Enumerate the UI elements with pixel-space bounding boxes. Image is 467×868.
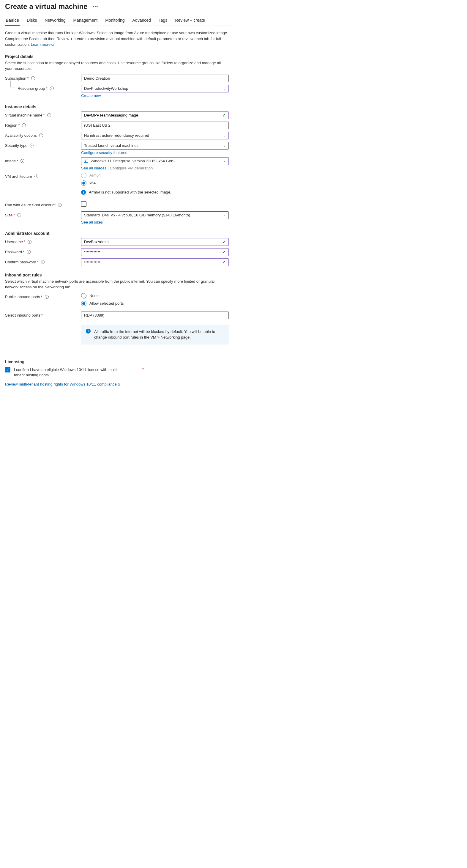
section-licensing: Licensing xyxy=(5,360,229,364)
info-icon[interactable]: i xyxy=(17,213,21,217)
tabs: Basics Disks Networking Management Monit… xyxy=(0,15,234,26)
security-type-select[interactable]: Trusted launch virtual machines ⌄ xyxy=(81,142,229,150)
section-admin-account: Administrator account xyxy=(5,231,229,236)
section-inbound: Inbound port rules xyxy=(5,273,229,277)
image-label: Image xyxy=(5,159,16,163)
section-instance-details: Instance details xyxy=(5,104,229,109)
resource-group-label: Resource group xyxy=(18,86,45,91)
info-icon: i xyxy=(86,329,91,334)
info-icon[interactable]: i xyxy=(28,240,32,244)
configure-security-link[interactable]: Configure security features xyxy=(81,150,229,155)
chevron-down-icon: ⌄ xyxy=(224,134,226,137)
security-type-label: Security type xyxy=(5,143,27,148)
info-icon[interactable]: i xyxy=(41,260,45,264)
inbound-callout: i All traffic from the internet will be … xyxy=(81,324,229,344)
windows-image-icon xyxy=(84,160,88,163)
project-details-desc: Select the subscription to manage deploy… xyxy=(5,60,229,72)
subscription-select[interactable]: Demo Creation ⌄ xyxy=(81,74,229,82)
intro-text: Create a virtual machine that runs Linux… xyxy=(5,30,229,48)
spot-discount-label: Run with Azure Spot discount xyxy=(5,203,56,207)
tab-monitoring[interactable]: Monitoring xyxy=(105,15,125,26)
check-icon: ✓ xyxy=(222,250,226,254)
size-select[interactable]: Standard_D4s_v5 - 4 vcpus, 16 GiB memory… xyxy=(81,211,229,219)
image-select[interactable]: Windows 11 Enterprise, version 22H2 - x6… xyxy=(81,157,229,165)
vm-name-input[interactable]: ✓ xyxy=(81,112,229,119)
review-hosting-rights-link[interactable]: Review multi-tenant hosting rights for W… xyxy=(5,382,120,386)
page-title: Create a virtual machine xyxy=(5,2,87,11)
info-icon[interactable]: i xyxy=(30,144,34,148)
info-icon[interactable]: i xyxy=(21,159,24,163)
info-icon[interactable]: i xyxy=(45,295,49,299)
availability-label: Availability options xyxy=(5,133,37,137)
info-icon[interactable]: i xyxy=(47,113,51,117)
inbound-none-radio[interactable]: None xyxy=(81,293,229,299)
arch-x64-radio[interactable]: x64 xyxy=(81,180,229,186)
tab-networking[interactable]: Networking xyxy=(44,15,66,26)
licensing-checkbox[interactable]: ✓ xyxy=(5,367,10,372)
licensing-check-text: I confirm I have an eligible Windows 10/… xyxy=(14,367,127,378)
create-new-link[interactable]: Create new xyxy=(81,93,229,98)
chevron-down-icon: ⌄ xyxy=(224,87,226,90)
username-label: Username xyxy=(5,240,23,244)
tab-disks[interactable]: Disks xyxy=(26,15,37,26)
info-icon[interactable]: i xyxy=(58,203,62,207)
tab-review-create[interactable]: Review + create xyxy=(174,15,206,26)
arch-arm64-radio: Arm64 xyxy=(81,173,229,178)
see-all-images-link[interactable]: See all images xyxy=(81,166,106,170)
spot-discount-checkbox[interactable] xyxy=(81,201,87,207)
tab-management[interactable]: Management xyxy=(72,15,98,26)
region-label: Region xyxy=(5,123,17,127)
subscription-label: Subscription xyxy=(5,76,27,81)
select-inbound-select[interactable]: RDP (3389) ⌄ xyxy=(81,312,229,319)
more-icon[interactable]: ••• xyxy=(93,4,98,9)
check-icon: ✓ xyxy=(222,260,226,265)
check-icon: ✓ xyxy=(222,113,226,118)
username-input[interactable]: ✓ xyxy=(81,238,229,246)
tab-basics[interactable]: Basics xyxy=(5,15,20,26)
check-icon: ✓ xyxy=(222,240,226,244)
learn-more-link[interactable]: Learn more⧉ xyxy=(31,42,54,47)
info-icon[interactable]: i xyxy=(31,76,35,80)
select-inbound-label: Select inbound ports xyxy=(5,313,40,317)
availability-select[interactable]: No infrastructure redundancy required ⌄ xyxy=(81,132,229,140)
external-link-icon: ⧉ xyxy=(118,382,120,386)
inbound-allow-radio[interactable]: Allow selected ports xyxy=(81,301,229,306)
chevron-down-icon: ⌄ xyxy=(224,77,226,80)
size-label: Size xyxy=(5,213,12,217)
public-inbound-label: Public inbound ports xyxy=(5,294,40,299)
confirm-password-input[interactable]: ✓ xyxy=(81,258,229,266)
tab-tags[interactable]: Tags xyxy=(158,15,168,26)
info-icon[interactable]: i xyxy=(27,250,31,254)
chevron-down-icon: ⌄ xyxy=(224,213,226,217)
section-project-details: Project details xyxy=(5,54,229,59)
chevron-down-icon: ⌄ xyxy=(224,314,226,317)
resource-group-select[interactable]: DevProductivityWorkshop ⌄ xyxy=(81,85,229,92)
info-icon: i xyxy=(81,190,86,195)
chevron-down-icon: ⌄ xyxy=(224,144,226,147)
tab-advanced[interactable]: Advanced xyxy=(132,15,152,26)
info-icon[interactable]: i xyxy=(34,175,38,178)
arch-info-text: Arm64 is not supported with the selected… xyxy=(89,190,171,194)
password-label: Password xyxy=(5,250,22,254)
confirm-password-label: Confirm password xyxy=(5,260,36,264)
chevron-down-icon: ⌄ xyxy=(224,159,226,163)
info-icon[interactable]: i xyxy=(50,87,54,90)
region-select[interactable]: (US) East US 2 ⌄ xyxy=(81,122,229,129)
external-link-icon: ⧉ xyxy=(52,42,54,47)
vm-name-label: Virtual machine name xyxy=(5,113,42,117)
inbound-desc: Select which virtual machine network por… xyxy=(5,279,229,290)
configure-vm-generation: Configure VM generation xyxy=(110,166,153,170)
chevron-down-icon: ⌄ xyxy=(224,124,226,127)
see-all-sizes-link[interactable]: See all sizes xyxy=(81,220,229,224)
vm-architecture-label: VM architecture xyxy=(5,174,32,179)
info-icon[interactable]: i xyxy=(39,133,43,137)
info-icon[interactable]: i xyxy=(22,123,26,127)
password-input[interactable]: ✓ xyxy=(81,248,229,256)
